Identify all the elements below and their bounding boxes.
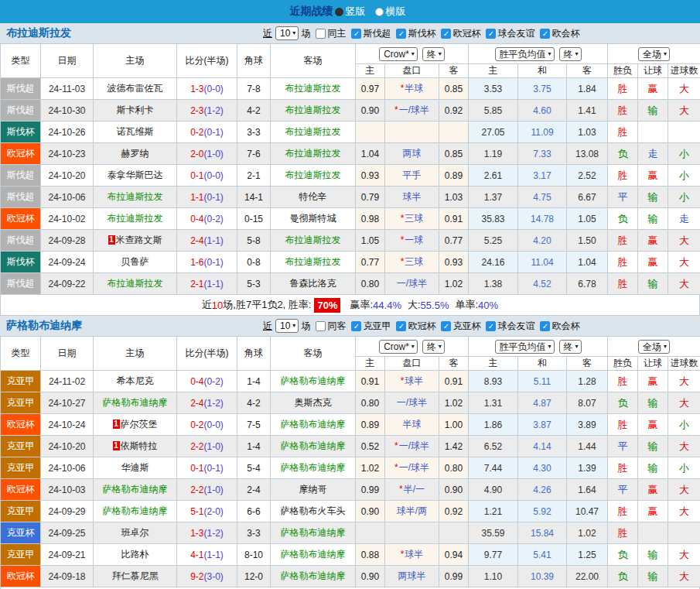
- avg-time-select[interactable]: 终▾: [559, 340, 582, 354]
- home-team-name[interactable]: 斯卡利卡: [117, 104, 154, 115]
- league-checkbox-2[interactable]: ✓: [441, 321, 451, 331]
- layout-vertical-radio-icon[interactable]: [335, 8, 343, 16]
- handicap-line: [385, 122, 439, 143]
- league-checkbox-4[interactable]: ✓: [540, 321, 550, 331]
- away-team-name[interactable]: 布拉迪斯拉发: [285, 170, 341, 180]
- match-count-select[interactable]: 10▾: [275, 319, 299, 333]
- avg-time-select[interactable]: 终▾: [559, 47, 582, 61]
- home-team-cell: 希本尼克: [94, 371, 177, 392]
- away-team-name[interactable]: 萨格勒布迪纳摩: [281, 440, 346, 451]
- league-checkbox-3[interactable]: ✓: [486, 321, 496, 331]
- goals-flag: [668, 522, 700, 544]
- league-checkbox-label-0: 斯伐超: [363, 27, 391, 40]
- away-team-name[interactable]: 萨格勒布迪纳摩: [281, 570, 346, 581]
- home-team-name[interactable]: 赫罗纳: [121, 148, 149, 159]
- avg-type-select[interactable]: 胜平负均值▾: [495, 47, 555, 61]
- table-row: 欧冠杯24-10-02布拉迪斯拉发0-4(0-2)0-15曼彻斯特城0.98*三…: [1, 208, 700, 230]
- odds-time-select[interactable]: 终▾: [422, 340, 445, 354]
- odds-time-select[interactable]: 终▾: [422, 47, 445, 61]
- home-team-name[interactable]: 布拉迪斯拉发: [108, 278, 163, 289]
- home-team-name[interactable]: 萨尔茨堡: [121, 419, 158, 430]
- halftime-score: (0-1): [204, 257, 224, 268]
- home-team-name[interactable]: 比路朴: [121, 549, 149, 560]
- scope-select-value: 全场: [643, 49, 661, 60]
- scope-select[interactable]: 全场▾: [638, 340, 670, 354]
- away-team-name[interactable]: 萨格勒布迪纳摩: [281, 419, 346, 430]
- scope-select[interactable]: 全场▾: [638, 47, 670, 61]
- away-team-name[interactable]: 布拉迪斯拉发: [285, 126, 341, 137]
- handicap-flag: 输: [638, 436, 668, 457]
- home-team-name[interactable]: 拜仁慕尼黑: [112, 570, 159, 581]
- away-team-name[interactable]: 布拉迪斯拉发: [285, 104, 341, 115]
- away-odds: 0.91: [439, 371, 469, 392]
- home-team-name[interactable]: 班卓尔: [121, 527, 149, 538]
- home-team-name[interactable]: 米查路文斯: [116, 235, 162, 245]
- same-venue-checkbox[interactable]: [316, 321, 326, 331]
- match-count-select[interactable]: 10▾: [275, 26, 299, 40]
- league-checkbox-2[interactable]: ✓: [441, 29, 451, 39]
- away-team-name[interactable]: 萨格勒布迪纳摩: [281, 527, 346, 538]
- match-date: 24-11-02: [41, 371, 94, 392]
- sub-column-header: 客: [567, 357, 608, 371]
- away-team-name[interactable]: 特伦辛: [299, 191, 327, 202]
- layout-vertical-label[interactable]: 竖版: [346, 5, 366, 19]
- home-team-name[interactable]: 华迪斯: [121, 462, 149, 473]
- home-team-name[interactable]: 依斯特拉: [121, 440, 158, 451]
- home-team-name[interactable]: 贝鲁萨: [121, 256, 149, 267]
- score-cell: 0-4(0-2): [177, 371, 237, 392]
- team-section: 萨格勒布迪纳摩近10▾场同客✓克亚甲✓欧冠杯✓克亚杯✓球会友谊✓欧会杯类型日期主…: [0, 316, 700, 589]
- home-odds: 0.97: [356, 78, 385, 100]
- score-cell: 0-1(0-1): [177, 457, 237, 479]
- handicap-line: 半球: [385, 414, 439, 436]
- league-checkbox-0[interactable]: ✓: [351, 321, 361, 331]
- home-team-name[interactable]: 布拉迪斯拉发: [108, 191, 163, 202]
- league-checkbox-4[interactable]: ✓: [540, 29, 550, 39]
- avg-type-select[interactable]: 胜平负均值▾: [495, 340, 555, 354]
- odds-source-select[interactable]: Crow*▾: [379, 340, 418, 354]
- away-team-name[interactable]: 鲁森比洛克: [290, 278, 336, 289]
- away-team-name[interactable]: 布拉迪斯拉发: [285, 256, 341, 267]
- home-team-name[interactable]: 萨格勒布迪纳摩: [103, 505, 168, 516]
- away-team-name[interactable]: 布拉迪斯拉发: [285, 148, 341, 159]
- match-date: 24-09-18: [41, 566, 94, 587]
- league-checkbox-1[interactable]: ✓: [396, 29, 406, 39]
- league-checkbox-1[interactable]: ✓: [396, 321, 406, 331]
- match-date: 24-10-24: [41, 414, 94, 436]
- home-team-cell: 泰拿华斯巴达: [94, 165, 177, 187]
- halftime-score: (1-1): [204, 235, 224, 246]
- away-team-name[interactable]: 萨格勒布迪纳摩: [281, 462, 346, 473]
- league-badge: 克亚甲: [1, 392, 41, 414]
- result-flag: 胜: [608, 457, 638, 479]
- home-team-name[interactable]: 诺瓦维斯: [117, 126, 154, 137]
- league-badge: 斯伐超: [1, 165, 41, 187]
- home-team-cell: 华迪斯: [94, 457, 177, 479]
- match-date: 24-10-26: [41, 122, 94, 143]
- home-team-name[interactable]: 希本尼克: [117, 375, 154, 386]
- league-checkbox-0[interactable]: ✓: [351, 29, 361, 39]
- same-venue-checkbox[interactable]: [316, 29, 326, 39]
- away-team-name[interactable]: 萨格勒布迪纳摩: [281, 549, 346, 560]
- home-team-name[interactable]: 泰拿华斯巴达: [108, 170, 163, 180]
- away-team-name[interactable]: 萨格勒布迪纳摩: [281, 375, 346, 386]
- away-team-name[interactable]: 布拉迪斯拉发: [285, 235, 341, 245]
- league-badge: 克亚杯: [1, 522, 41, 544]
- home-team-name[interactable]: 波德布雷佐瓦: [108, 83, 163, 94]
- away-team-name[interactable]: 奥斯杰克: [295, 397, 332, 408]
- home-team-name[interactable]: 萨格勒布迪纳摩: [103, 484, 168, 495]
- home-team-name[interactable]: 布拉迪斯拉发: [108, 213, 163, 224]
- away-team-name[interactable]: 萨格勒布火车头: [281, 505, 346, 516]
- layout-horizontal-radio-icon[interactable]: [375, 8, 384, 16]
- away-team-name[interactable]: 布拉迪斯拉发: [285, 83, 341, 94]
- home-team-name[interactable]: 萨格勒布迪纳摩: [103, 397, 168, 408]
- content: 布拉迪斯拉发近10▾场同主✓斯伐超✓斯伐杯✓欧冠杯✓球会友谊✓欧会杯类型日期主场…: [0, 23, 700, 589]
- score-cell: 5-1(2-0): [177, 501, 237, 522]
- away-team-name[interactable]: 曼彻斯特城: [290, 213, 336, 224]
- handicap-line: 两球半: [385, 566, 439, 587]
- league-badge: 欧冠杯: [1, 566, 41, 587]
- league-checkbox-3[interactable]: ✓: [486, 29, 496, 39]
- odds-source-select[interactable]: Crow*▾: [379, 47, 418, 61]
- away-team-name[interactable]: 摩纳哥: [299, 484, 327, 495]
- summary-count: 10: [212, 300, 223, 311]
- layout-horizontal-label[interactable]: 横版: [386, 5, 406, 19]
- sub-column-header: 客: [567, 64, 608, 78]
